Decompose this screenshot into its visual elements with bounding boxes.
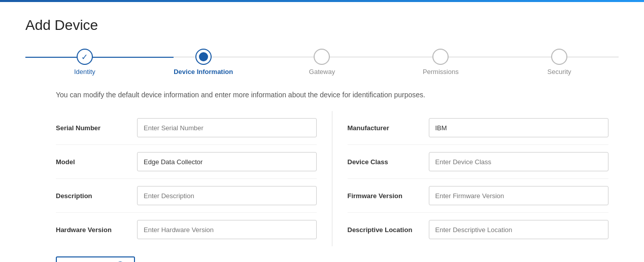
form-row-hardware-version: Hardware Version (56, 213, 317, 246)
label-firmware-version: Firmware Version (348, 192, 429, 200)
step-circle-identity: ✓ (77, 49, 93, 65)
form-row-firmware-version: Firmware Version (348, 179, 609, 213)
page-title: Add Device (25, 17, 619, 33)
form-row-serial-number: Serial Number (56, 111, 317, 145)
label-manufacturer: Manufacturer (348, 124, 429, 132)
form-right: Manufacturer Device Class Firmware Versi… (332, 111, 609, 246)
form-row-descriptive-location: Descriptive Location (348, 213, 609, 246)
label-serial-number: Serial Number (56, 124, 137, 132)
step-identity[interactable]: ✓ Identity (25, 49, 144, 76)
input-model[interactable] (137, 152, 317, 171)
step-label-identity: Identity (74, 68, 95, 76)
label-model: Model (56, 158, 137, 166)
input-firmware-version[interactable] (429, 186, 609, 205)
step-circle-device-information (195, 49, 212, 65)
form-left: Serial Number Model Description Hardware… (56, 111, 332, 246)
step-label-device-information: Device Information (174, 68, 233, 76)
input-hardware-version[interactable] (137, 220, 317, 239)
label-device-class: Device Class (348, 158, 429, 166)
step-label-gateway: Gateway (309, 68, 335, 76)
label-hardware-version: Hardware Version (56, 226, 137, 234)
input-descriptive-location[interactable] (429, 220, 609, 239)
form-row-description: Description (56, 179, 317, 213)
form-row-manufacturer: Manufacturer (348, 111, 609, 145)
step-label-permissions: Permissions (423, 68, 459, 76)
add-metadata-button[interactable]: Add Metadata + (56, 256, 135, 262)
step-circle-security (551, 49, 567, 65)
step-circle-gateway (314, 49, 330, 65)
checkmark-icon: ✓ (81, 52, 88, 62)
step-security[interactable]: Security (500, 49, 619, 76)
form-section: Serial Number Model Description Hardware… (56, 111, 608, 262)
step-device-information[interactable]: Device Information (144, 49, 263, 76)
input-serial-number[interactable] (137, 118, 317, 137)
label-descriptive-location: Descriptive Location (348, 226, 429, 234)
form-row-model: Model (56, 145, 317, 179)
form-grid: Serial Number Model Description Hardware… (56, 111, 608, 246)
description-text: You can modify the default device inform… (56, 91, 619, 99)
step-permissions[interactable]: Permissions (381, 49, 500, 76)
stepper: ✓ Identity Device Information Gateway Pe… (25, 49, 619, 76)
step-label-security: Security (548, 68, 571, 76)
step-gateway[interactable]: Gateway (263, 49, 382, 76)
main-container: Add Device ✓ Identity Device Information… (0, 2, 644, 262)
input-manufacturer[interactable] (429, 118, 609, 137)
step-circle-permissions (432, 49, 449, 65)
input-description[interactable] (137, 186, 317, 205)
label-description: Description (56, 192, 137, 200)
form-row-device-class: Device Class (348, 145, 609, 179)
input-device-class[interactable] (429, 152, 609, 171)
